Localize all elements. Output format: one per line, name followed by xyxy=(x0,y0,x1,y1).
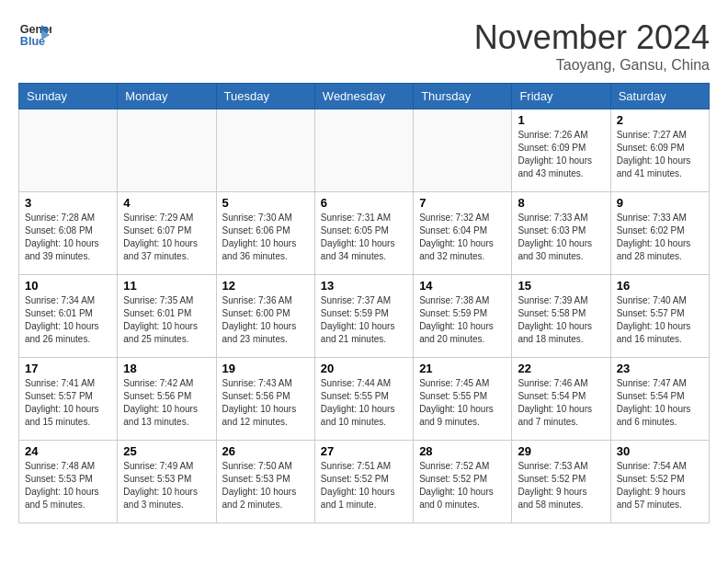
calendar-cell: 12Sunrise: 7:36 AM Sunset: 6:00 PM Dayli… xyxy=(216,275,314,358)
day-info: Sunrise: 7:38 AM Sunset: 5:59 PM Dayligh… xyxy=(419,294,506,346)
day-number: 23 xyxy=(617,362,703,375)
day-info: Sunrise: 7:45 AM Sunset: 5:55 PM Dayligh… xyxy=(419,377,506,429)
day-number: 11 xyxy=(123,279,210,293)
calendar-cell xyxy=(314,109,413,192)
day-number: 19 xyxy=(222,362,309,375)
day-number: 2 xyxy=(617,113,703,127)
day-info: Sunrise: 7:50 AM Sunset: 5:53 PM Dayligh… xyxy=(222,460,309,511)
day-info: Sunrise: 7:46 AM Sunset: 5:54 PM Dayligh… xyxy=(518,377,604,429)
calendar-cell: 16Sunrise: 7:40 AM Sunset: 5:57 PM Dayli… xyxy=(610,275,709,358)
day-number: 25 xyxy=(123,444,210,458)
calendar-cell: 10Sunrise: 7:34 AM Sunset: 6:01 PM Dayli… xyxy=(19,275,118,358)
week-row-1: 1Sunrise: 7:26 AM Sunset: 6:09 PM Daylig… xyxy=(19,109,710,192)
title-block: November 2024 Taoyang, Gansu, China xyxy=(474,18,710,74)
day-info: Sunrise: 7:48 AM Sunset: 5:53 PM Dayligh… xyxy=(25,460,111,511)
calendar-cell: 23Sunrise: 7:47 AM Sunset: 5:54 PM Dayli… xyxy=(610,358,709,441)
day-info: Sunrise: 7:28 AM Sunset: 6:08 PM Dayligh… xyxy=(25,212,111,263)
calendar-table: SundayMondayTuesdayWednesdayThursdayFrid… xyxy=(18,83,710,523)
day-number: 28 xyxy=(419,444,506,458)
day-number: 29 xyxy=(518,444,604,458)
day-number: 8 xyxy=(518,196,604,210)
calendar-cell xyxy=(216,109,314,192)
day-number: 21 xyxy=(419,362,506,375)
calendar-cell: 20Sunrise: 7:44 AM Sunset: 5:55 PM Dayli… xyxy=(314,358,413,441)
calendar-cell: 26Sunrise: 7:50 AM Sunset: 5:53 PM Dayli… xyxy=(216,441,314,523)
svg-text:Blue: Blue xyxy=(20,35,45,48)
weekday-header-tuesday: Tuesday xyxy=(216,84,314,109)
calendar-cell: 13Sunrise: 7:37 AM Sunset: 5:59 PM Dayli… xyxy=(314,275,413,358)
day-number: 16 xyxy=(617,279,703,293)
day-info: Sunrise: 7:27 AM Sunset: 6:09 PM Dayligh… xyxy=(617,129,703,180)
calendar-cell: 14Sunrise: 7:38 AM Sunset: 5:59 PM Dayli… xyxy=(414,275,512,358)
day-info: Sunrise: 7:47 AM Sunset: 5:54 PM Dayligh… xyxy=(617,377,703,429)
day-number: 10 xyxy=(25,279,111,293)
week-row-4: 17Sunrise: 7:41 AM Sunset: 5:57 PM Dayli… xyxy=(19,358,710,441)
calendar-cell: 18Sunrise: 7:42 AM Sunset: 5:56 PM Dayli… xyxy=(118,358,216,441)
day-info: Sunrise: 7:41 AM Sunset: 5:57 PM Dayligh… xyxy=(25,377,111,429)
day-info: Sunrise: 7:43 AM Sunset: 5:56 PM Dayligh… xyxy=(222,377,309,429)
day-info: Sunrise: 7:34 AM Sunset: 6:01 PM Dayligh… xyxy=(25,294,111,346)
calendar-cell: 1Sunrise: 7:26 AM Sunset: 6:09 PM Daylig… xyxy=(512,109,610,192)
day-number: 30 xyxy=(617,444,703,458)
day-info: Sunrise: 7:32 AM Sunset: 6:04 PM Dayligh… xyxy=(419,212,506,263)
day-info: Sunrise: 7:26 AM Sunset: 6:09 PM Dayligh… xyxy=(518,129,604,180)
day-number: 7 xyxy=(419,196,506,210)
month-title: November 2024 xyxy=(474,18,710,57)
logo-icon: General Blue xyxy=(18,18,51,52)
week-row-2: 3Sunrise: 7:28 AM Sunset: 6:08 PM Daylig… xyxy=(19,192,710,275)
calendar-cell: 2Sunrise: 7:27 AM Sunset: 6:09 PM Daylig… xyxy=(610,109,709,192)
day-number: 20 xyxy=(321,362,407,375)
location: Taoyang, Gansu, China xyxy=(474,57,710,74)
day-number: 9 xyxy=(617,196,703,210)
calendar-cell xyxy=(19,109,118,192)
weekday-header-monday: Monday xyxy=(118,84,216,109)
calendar-cell: 7Sunrise: 7:32 AM Sunset: 6:04 PM Daylig… xyxy=(414,192,512,275)
day-number: 15 xyxy=(518,279,604,293)
calendar-cell xyxy=(118,109,216,192)
calendar-cell: 22Sunrise: 7:46 AM Sunset: 5:54 PM Dayli… xyxy=(512,358,610,441)
day-number: 22 xyxy=(518,362,604,375)
weekday-header-saturday: Saturday xyxy=(610,84,709,109)
weekday-header-sunday: Sunday xyxy=(19,84,118,109)
page-header: General Blue November 2024 Taoyang, Gans… xyxy=(18,18,710,74)
calendar-cell: 9Sunrise: 7:33 AM Sunset: 6:02 PM Daylig… xyxy=(610,192,709,275)
day-info: Sunrise: 7:54 AM Sunset: 5:52 PM Dayligh… xyxy=(617,460,703,511)
day-number: 27 xyxy=(321,444,407,458)
day-number: 24 xyxy=(25,444,111,458)
day-info: Sunrise: 7:35 AM Sunset: 6:01 PM Dayligh… xyxy=(123,294,210,346)
weekday-header-friday: Friday xyxy=(512,84,610,109)
day-info: Sunrise: 7:39 AM Sunset: 5:58 PM Dayligh… xyxy=(518,294,604,346)
day-number: 26 xyxy=(222,444,309,458)
calendar-cell: 21Sunrise: 7:45 AM Sunset: 5:55 PM Dayli… xyxy=(414,358,512,441)
day-number: 3 xyxy=(25,196,111,210)
day-info: Sunrise: 7:29 AM Sunset: 6:07 PM Dayligh… xyxy=(123,212,210,263)
logo: General Blue xyxy=(18,18,51,52)
day-number: 4 xyxy=(123,196,210,210)
day-info: Sunrise: 7:33 AM Sunset: 6:02 PM Dayligh… xyxy=(617,212,703,263)
day-info: Sunrise: 7:52 AM Sunset: 5:52 PM Dayligh… xyxy=(419,460,506,511)
week-row-3: 10Sunrise: 7:34 AM Sunset: 6:01 PM Dayli… xyxy=(19,275,710,358)
calendar-cell: 19Sunrise: 7:43 AM Sunset: 5:56 PM Dayli… xyxy=(216,358,314,441)
day-info: Sunrise: 7:30 AM Sunset: 6:06 PM Dayligh… xyxy=(222,212,309,263)
calendar-cell xyxy=(414,109,512,192)
day-info: Sunrise: 7:31 AM Sunset: 6:05 PM Dayligh… xyxy=(321,212,407,263)
weekday-header-row: SundayMondayTuesdayWednesdayThursdayFrid… xyxy=(19,84,710,109)
day-info: Sunrise: 7:36 AM Sunset: 6:00 PM Dayligh… xyxy=(222,294,309,346)
day-number: 18 xyxy=(123,362,210,375)
calendar-cell: 28Sunrise: 7:52 AM Sunset: 5:52 PM Dayli… xyxy=(414,441,512,523)
day-number: 14 xyxy=(419,279,506,293)
day-info: Sunrise: 7:42 AM Sunset: 5:56 PM Dayligh… xyxy=(123,377,210,429)
calendar-cell: 6Sunrise: 7:31 AM Sunset: 6:05 PM Daylig… xyxy=(314,192,413,275)
calendar-cell: 27Sunrise: 7:51 AM Sunset: 5:52 PM Dayli… xyxy=(314,441,413,523)
day-info: Sunrise: 7:53 AM Sunset: 5:52 PM Dayligh… xyxy=(518,460,604,511)
calendar-cell: 11Sunrise: 7:35 AM Sunset: 6:01 PM Dayli… xyxy=(118,275,216,358)
calendar-cell: 3Sunrise: 7:28 AM Sunset: 6:08 PM Daylig… xyxy=(19,192,118,275)
day-number: 1 xyxy=(518,113,604,127)
calendar-cell: 24Sunrise: 7:48 AM Sunset: 5:53 PM Dayli… xyxy=(19,441,118,523)
day-info: Sunrise: 7:37 AM Sunset: 5:59 PM Dayligh… xyxy=(321,294,407,346)
day-info: Sunrise: 7:44 AM Sunset: 5:55 PM Dayligh… xyxy=(321,377,407,429)
day-number: 17 xyxy=(25,362,111,375)
day-info: Sunrise: 7:33 AM Sunset: 6:03 PM Dayligh… xyxy=(518,212,604,263)
day-number: 13 xyxy=(321,279,407,293)
calendar-cell: 4Sunrise: 7:29 AM Sunset: 6:07 PM Daylig… xyxy=(118,192,216,275)
